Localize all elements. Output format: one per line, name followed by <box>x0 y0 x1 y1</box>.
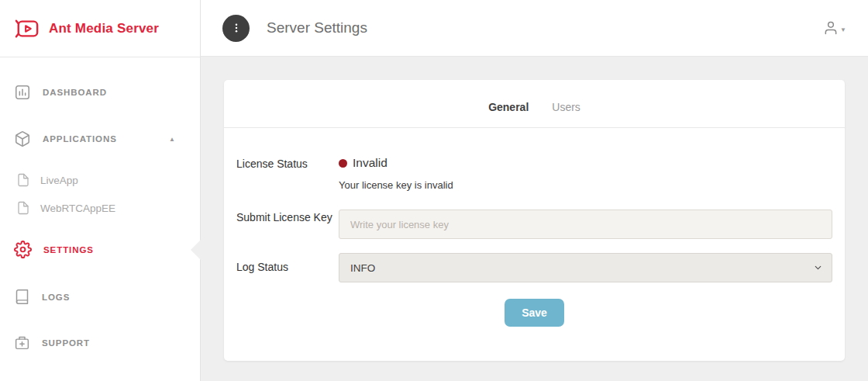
log-level-select-wrap: INFO <box>339 253 832 282</box>
applications-icon <box>14 130 31 147</box>
user-menu[interactable]: ▼ <box>823 20 846 36</box>
sidebar-item-liveapp[interactable]: LiveApp <box>0 166 200 194</box>
top-bar: Server Settings ▼ <box>201 0 868 57</box>
sidebar-item-label: SETTINGS <box>43 245 94 255</box>
license-status-label: License Status <box>236 156 339 173</box>
file-icon <box>16 173 30 187</box>
content-area: General Users License Status Invalid <box>201 57 868 381</box>
main-area: Server Settings ▼ General Users <box>201 0 868 381</box>
app-root: Ant Media Server DASHBOARD <box>0 0 868 381</box>
license-status-value: Invalid Your license key is invalid <box>339 156 832 191</box>
license-status-text: Invalid <box>353 156 388 170</box>
log-level-select[interactable]: INFO <box>339 253 832 282</box>
settings-form: License Status Invalid Your license key … <box>224 128 845 327</box>
license-status-detail: Your license key is invalid <box>339 179 832 191</box>
sidebar-item-label: WebRTCAppEE <box>40 203 115 214</box>
license-status-dot-icon <box>339 159 347 168</box>
log-status-label: Log Status <box>236 259 339 276</box>
sidebar-item-label: LiveApp <box>40 175 78 186</box>
save-button-wrap: Save <box>236 299 832 327</box>
ant-media-logo-icon <box>14 17 40 40</box>
brand-name: Ant Media Server <box>49 21 159 36</box>
sidebar-item-dashboard[interactable]: DASHBOARD <box>0 74 200 110</box>
sidebar-item-applications[interactable]: APPLICATIONS ▲ <box>0 121 200 157</box>
sidebar-item-label: DASHBOARD <box>43 88 107 97</box>
tab-general[interactable]: General <box>488 101 529 113</box>
sidebar-item-webrtcappee[interactable]: WebRTCAppEE <box>0 194 200 222</box>
submit-license-label: Submit License Key <box>236 210 339 227</box>
settings-card: General Users License Status Invalid <box>224 80 845 361</box>
logs-icon <box>14 289 30 305</box>
active-item-notch <box>191 240 201 260</box>
log-status-field-wrap: INFO <box>339 253 832 282</box>
page-title: Server Settings <box>267 19 367 36</box>
sidebar-nav: DASHBOARD APPLICATIONS ▲ <box>0 57 200 360</box>
file-icon <box>16 201 30 215</box>
brand-logo[interactable]: Ant Media Server <box>0 0 200 57</box>
sidebar-item-label: SUPPORT <box>42 338 90 348</box>
sidebar-item-support[interactable]: SUPPORT <box>0 325 200 360</box>
sidebar-item-label: LOGS <box>42 293 70 302</box>
license-key-input[interactable] <box>339 210 832 239</box>
user-icon <box>823 20 839 36</box>
submit-license-row: Submit License Key <box>236 210 832 239</box>
tabs: General Users <box>224 80 845 127</box>
dashboard-icon <box>14 84 31 101</box>
tab-users[interactable]: Users <box>552 101 580 113</box>
submit-license-field-wrap <box>339 210 832 239</box>
sidebar-item-settings[interactable]: SETTINGS <box>0 231 200 268</box>
actions-menu-button[interactable] <box>222 15 250 42</box>
license-status-line: Invalid <box>339 156 832 170</box>
save-button[interactable]: Save <box>505 299 564 327</box>
sidebar: Ant Media Server DASHBOARD <box>0 0 201 381</box>
applications-collapse-icon[interactable]: ▲ <box>169 136 175 143</box>
more-vertical-icon <box>230 22 243 34</box>
sidebar-item-logs[interactable]: LOGS <box>0 279 200 314</box>
log-status-row: Log Status INFO <box>236 253 832 282</box>
license-status-row: License Status Invalid Your license key … <box>236 156 832 191</box>
sidebar-item-label: APPLICATIONS <box>43 134 117 144</box>
settings-gear-icon <box>14 241 32 258</box>
caret-down-icon: ▼ <box>840 26 846 33</box>
support-icon <box>14 334 30 351</box>
